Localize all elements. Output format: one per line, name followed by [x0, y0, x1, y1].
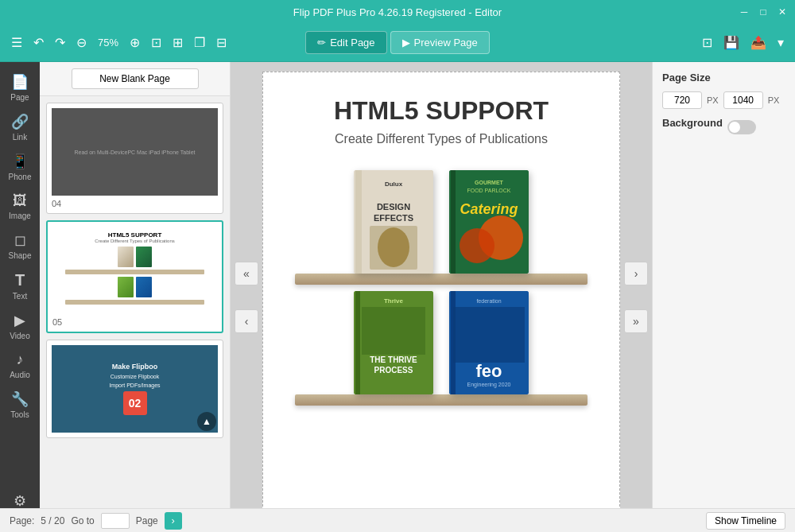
go-to-btn[interactable]: ›: [165, 512, 182, 530]
book-feo[interactable]: federation feo Engineering 2020: [449, 291, 529, 394]
svg-rect-8: [451, 170, 456, 274]
svg-text:PROCESS: PROCESS: [374, 366, 413, 375]
preview-icon: ▶: [402, 37, 410, 49]
link-icon: 🔗: [11, 113, 29, 130]
minimize-btn[interactable]: ─: [738, 6, 750, 18]
svg-rect-15: [355, 291, 360, 394]
show-timeline-btn[interactable]: Show Timeline: [706, 512, 785, 530]
tool-tools[interactable]: 🔧 Tools: [2, 386, 37, 424]
toolbar-left: ☰ ↶ ↷ ⊖ 75% ⊕ ⊡ ⊞ ❐ ⊟: [8, 32, 301, 53]
shelf-board-2: [295, 394, 588, 406]
canvas-area: « ‹ HTML5 SUPPORT Create Different Types…: [231, 62, 652, 532]
preview-page-btn[interactable]: ▶ Preview Page: [390, 31, 490, 54]
svg-text:Dulux: Dulux: [385, 181, 403, 188]
thumb-05-img: HTML5 SUPPORT Create Different Types of …: [52, 227, 217, 314]
go-to-input[interactable]: [101, 513, 130, 529]
page-thumb-05[interactable]: HTML5 SUPPORT Create Different Types of …: [46, 220, 223, 333]
tool-text[interactable]: T Text: [2, 266, 37, 305]
props-section-title: Page Size: [662, 72, 785, 83]
page-icon: 📄: [11, 73, 29, 91]
background-label: Background: [662, 117, 723, 129]
thumb-04-img: Read on Multi-Device PC Mac iPad iPhone …: [52, 108, 218, 196]
phone-icon: 📱: [11, 153, 29, 170]
shelf-board-1: [295, 274, 588, 285]
pages-header: New Blank Page: [40, 62, 230, 96]
svg-point-13: [460, 228, 494, 263]
book-gourmet-container: GOURMET FOOD PARLOCK Catering: [449, 170, 529, 274]
fullscreen-btn[interactable]: ❐: [191, 32, 208, 53]
close-btn[interactable]: ✕: [776, 6, 789, 18]
page-subtitle: Create Different Types of Publications: [335, 132, 548, 146]
fit-page-btn[interactable]: ⊡: [148, 32, 165, 53]
book-feo-svg: federation feo Engineering 2020: [449, 291, 529, 394]
width-unit: PX: [707, 95, 719, 105]
width-input[interactable]: [662, 91, 702, 109]
shelf-section-1: Dulux DESIGN EFFECTS: [295, 170, 588, 285]
redo-btn[interactable]: ↷: [52, 32, 68, 53]
export-btn[interactable]: 📤: [747, 32, 770, 53]
canvas-nav-left: « ‹: [231, 62, 262, 532]
tool-image[interactable]: 🖼 Image: [2, 188, 37, 225]
tools-icon: 🔧: [11, 390, 29, 408]
restore-btn[interactable]: □: [757, 6, 770, 18]
edit-page-btn[interactable]: ✏ Edit Page: [305, 31, 386, 54]
nav-next-btn[interactable]: ›: [624, 262, 648, 285]
more-btn[interactable]: ▾: [774, 32, 787, 53]
undo-btn[interactable]: ↶: [30, 32, 47, 53]
height-unit: PX: [768, 95, 780, 105]
edit-icon: ✏: [317, 37, 326, 49]
book-thrive[interactable]: Thrive THE THRIVE PROCESS: [354, 291, 433, 394]
book-gourmet[interactable]: GOURMET FOOD PARLOCK Catering: [449, 170, 529, 274]
thumb-04-content: Read on Multi-Device PC Mac iPad iPhone …: [52, 108, 218, 196]
save-btn[interactable]: 💾: [720, 32, 743, 53]
background-toggle[interactable]: [727, 120, 756, 134]
nav-last-btn[interactable]: »: [624, 309, 648, 333]
text-icon: T: [15, 271, 25, 289]
book-thrive-svg: Thrive THE THRIVE PROCESS: [354, 291, 433, 394]
page-suffix: Page: [136, 515, 158, 526]
tool-phone[interactable]: 📱 Phone: [2, 148, 37, 186]
nav-first-btn[interactable]: «: [235, 262, 258, 285]
book-design-effects[interactable]: Dulux DESIGN EFFECTS: [354, 170, 433, 274]
tools-sidebar: 📄 Page 🔗 Link 📱 Phone 🖼 Image ◻ Shape T …: [0, 62, 40, 532]
nav-prev-btn[interactable]: ‹: [235, 309, 258, 333]
book-design-effects-svg: Dulux DESIGN EFFECTS: [354, 170, 433, 274]
svg-text:feo: feo: [476, 361, 502, 381]
settings-icon: ⚙: [14, 492, 26, 510]
page-label: Page:: [10, 515, 34, 526]
layout-btn[interactable]: ⊟: [213, 32, 230, 53]
svg-text:federation: federation: [476, 298, 501, 304]
toggle-knob: [729, 122, 740, 133]
tool-shape[interactable]: ◻ Shape: [2, 227, 37, 265]
book-thrive-container: Thrive THE THRIVE PROCESS: [354, 291, 433, 394]
page-04-num: 04: [52, 199, 218, 208]
tool-audio[interactable]: ♪ Audio: [2, 347, 37, 384]
zoom-in-btn[interactable]: ⊕: [126, 32, 143, 53]
scroll-up-btn[interactable]: ▲: [197, 412, 216, 431]
book-gourmet-svg: GOURMET FOOD PARLOCK Catering: [449, 170, 529, 274]
page-info: 5 / 20: [41, 515, 64, 526]
new-blank-page-btn[interactable]: New Blank Page: [72, 68, 199, 89]
svg-text:DESIGN: DESIGN: [377, 202, 410, 212]
page-thumb-06[interactable]: Make Flipboo Customize Flipbook Import P…: [46, 340, 223, 438]
hamburger-menu-btn[interactable]: ☰: [8, 32, 25, 53]
height-input[interactable]: [723, 91, 763, 109]
zoom-level: 75%: [95, 37, 122, 49]
tool-page[interactable]: 📄 Page: [2, 68, 37, 107]
split-view-btn[interactable]: ⊞: [169, 32, 186, 53]
tool-video[interactable]: ▶ Video: [2, 307, 37, 345]
bottom-bar: Page: 5 / 20 Go to Page › Show Timeline: [0, 508, 795, 532]
thumb-05-content: HTML5 SUPPORT Create Different Types of …: [52, 227, 217, 314]
svg-text:GOURMET: GOURMET: [475, 180, 504, 185]
zoom-out-btn[interactable]: ⊖: [73, 32, 90, 53]
svg-rect-23: [453, 307, 525, 363]
share-btn[interactable]: ⊡: [699, 32, 716, 53]
page-title: HTML5 SUPPORT: [334, 96, 549, 126]
canvas-page: HTML5 SUPPORT Create Different Types of …: [262, 72, 620, 522]
thumb-06-content: Make Flipboo Customize Flipbook Import P…: [52, 345, 218, 433]
page-thumb-04[interactable]: Read on Multi-Device PC Mac iPad iPhone …: [46, 103, 223, 214]
app-title: Flip PDF Plus Pro 4.26.19 Registered - E…: [293, 6, 502, 18]
page-05-num: 05: [52, 317, 217, 327]
tool-link[interactable]: 🔗 Link: [2, 108, 37, 146]
pages-scroll[interactable]: Read on Multi-Device PC Mac iPad iPhone …: [40, 96, 230, 532]
